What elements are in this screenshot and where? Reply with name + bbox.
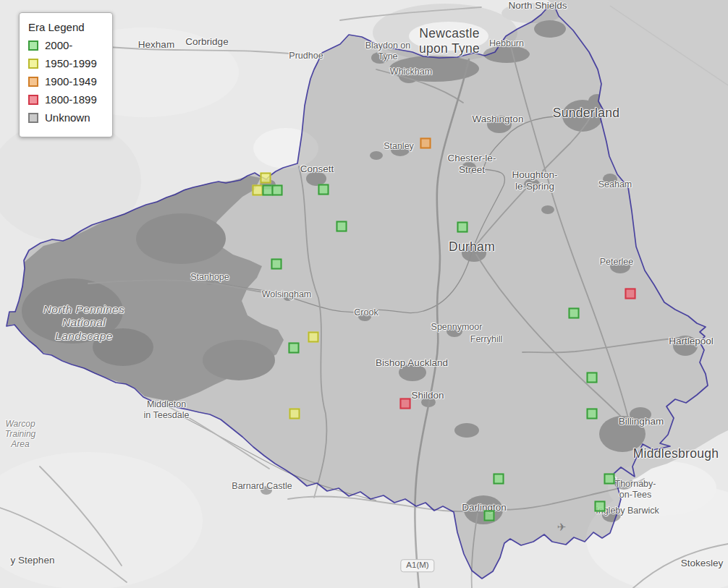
map-marker-era-2000[interactable] [587, 372, 598, 383]
legend-label: Unknown [45, 111, 90, 124]
map-marker-era-2000[interactable] [271, 259, 282, 270]
legend-item: Unknown [28, 111, 103, 124]
legend-swatch [28, 113, 38, 123]
era-legend: Era Legend 2000-1950-19991900-19491800-1… [19, 12, 113, 137]
legend-swatch [28, 41, 38, 51]
map-marker-era-2000[interactable] [457, 222, 468, 233]
legend-swatch [28, 95, 38, 105]
map-marker-era-18001899[interactable] [400, 399, 411, 409]
legend-swatch [28, 77, 38, 87]
map-marker-era-19501999[interactable] [308, 332, 319, 343]
legend-label: 1950-1999 [45, 57, 97, 69]
map-marker-era-19001949[interactable] [420, 138, 431, 149]
map-marker-era-18001899[interactable] [625, 289, 636, 299]
map-marker-era-2000[interactable] [569, 308, 580, 319]
legend-items: 2000-1950-19991900-19491800-1899Unknown [28, 39, 103, 124]
legend-label: 1900-1949 [45, 75, 97, 88]
map-marker-era-2000[interactable] [272, 185, 283, 196]
map-marker-era-19501999[interactable] [261, 173, 271, 184]
map-marker-era-19501999[interactable] [253, 185, 263, 196]
map-marker-era-2000[interactable] [337, 221, 347, 232]
legend-item: 1800-1899 [28, 93, 103, 106]
legend-title: Era Legend [28, 21, 103, 33]
map-marker-era-2000[interactable] [484, 511, 495, 521]
legend-label: 2000- [45, 39, 72, 51]
map-marker-era-19501999[interactable] [289, 409, 300, 419]
map-marker-era-2000[interactable] [494, 474, 504, 485]
map-canvas[interactable]: North ShieldsNewcastle upon TyneHexhamCo… [0, 0, 728, 588]
map-marker-era-2000[interactable] [595, 501, 606, 512]
legend-item: 1900-1949 [28, 75, 103, 88]
legend-item: 1950-1999 [28, 57, 103, 69]
map-marker-era-2000[interactable] [318, 184, 329, 195]
legend-label: 1800-1899 [45, 93, 97, 106]
map-marker-era-2000[interactable] [587, 409, 598, 419]
map-marker-era-2000[interactable] [604, 474, 615, 485]
legend-swatch [28, 59, 38, 69]
legend-item: 2000- [28, 39, 103, 51]
map-marker-era-2000[interactable] [289, 343, 300, 354]
